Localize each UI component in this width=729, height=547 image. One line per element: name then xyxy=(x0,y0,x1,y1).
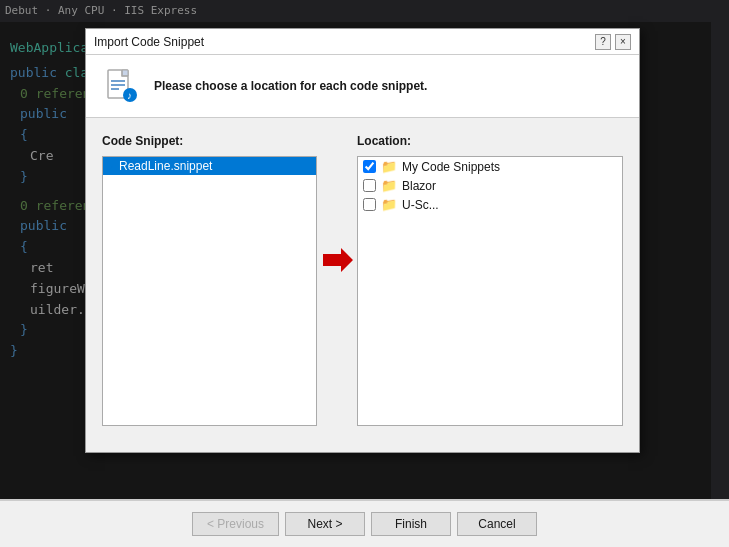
folder-icon-1: 📁 xyxy=(381,178,397,193)
cancel-button[interactable]: Cancel xyxy=(457,512,537,536)
location-item-1[interactable]: 📁 Blazor xyxy=(358,176,622,195)
location-item-0[interactable]: 📁 My Code Snippets xyxy=(358,157,622,176)
dialog-title: Import Code Snippet xyxy=(94,35,204,49)
location-checkbox-1[interactable] xyxy=(363,179,376,192)
arrow-indicator xyxy=(317,134,357,426)
finish-button[interactable]: Finish xyxy=(371,512,451,536)
snippet-icon: ♪ xyxy=(102,67,140,105)
location-column: Location: 📁 My Code Snippets 📁 Blazor xyxy=(357,134,623,426)
previous-button[interactable]: < Previous xyxy=(192,512,279,536)
dialog-titlebar: Import Code Snippet ? × xyxy=(86,29,639,55)
location-name-2: U-Sc... xyxy=(402,198,439,212)
dialog-header-text: Please choose a location for each code s… xyxy=(154,79,427,93)
close-button[interactable]: × xyxy=(615,34,631,50)
snippet-column: Code Snippet: ♪ ReadLine.snippet xyxy=(102,134,317,426)
folder-icon-0: 📁 xyxy=(381,159,397,174)
snippet-list-item[interactable]: ♪ ReadLine.snippet xyxy=(103,157,316,175)
svg-marker-1 xyxy=(122,70,128,76)
location-checkbox-2[interactable] xyxy=(363,198,376,211)
titlebar-buttons: ? × xyxy=(595,34,631,50)
location-name-0: My Code Snippets xyxy=(402,160,500,174)
next-button[interactable]: Next > xyxy=(285,512,365,536)
columns: Code Snippet: ♪ ReadLine.snippet Locatio… xyxy=(102,134,623,426)
dialog-spacer xyxy=(86,442,639,452)
music-icon: ♪ xyxy=(108,159,114,173)
location-list[interactable]: 📁 My Code Snippets 📁 Blazor 📁 U-Sc... xyxy=(357,156,623,426)
screen-footer: < Previous Next > Finish Cancel xyxy=(0,499,729,547)
snippet-name: ReadLine.snippet xyxy=(119,159,212,173)
location-name-1: Blazor xyxy=(402,179,436,193)
location-item-2[interactable]: 📁 U-Sc... xyxy=(358,195,622,214)
help-button[interactable]: ? xyxy=(595,34,611,50)
import-code-snippet-dialog: Import Code Snippet ? × ♪ Please choose … xyxy=(85,28,640,453)
location-column-label: Location: xyxy=(357,134,623,148)
snippet-column-label: Code Snippet: xyxy=(102,134,317,148)
svg-marker-7 xyxy=(323,248,353,272)
svg-text:♪: ♪ xyxy=(127,90,132,101)
dialog-body: Code Snippet: ♪ ReadLine.snippet Locatio… xyxy=(86,118,639,442)
snippet-list[interactable]: ♪ ReadLine.snippet xyxy=(102,156,317,426)
location-checkbox-0[interactable] xyxy=(363,160,376,173)
folder-icon-2: 📁 xyxy=(381,197,397,212)
dialog-header: ♪ Please choose a location for each code… xyxy=(86,55,639,118)
